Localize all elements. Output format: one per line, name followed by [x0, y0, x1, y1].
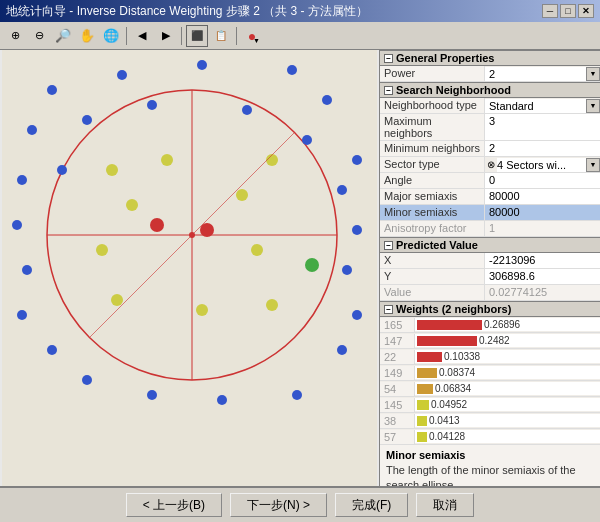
minimize-button[interactable]: ─	[542, 4, 558, 18]
svg-point-7	[287, 65, 297, 75]
weight-bar-container: 0.08374	[415, 366, 600, 379]
prop-value-major-semiaxis: 80000	[485, 189, 600, 204]
weight-bar-container: 0.04952	[415, 398, 600, 411]
svg-point-26	[82, 375, 92, 385]
tool-pan[interactable]: ✋	[76, 25, 98, 47]
prop-value-neighborhood-container: Standard ▼	[485, 98, 600, 113]
weight-bar	[417, 320, 482, 330]
prop-row-max-neighbors: Maximum neighbors 3	[380, 114, 600, 141]
section-icon-search: −	[384, 86, 393, 95]
svg-point-34	[236, 189, 248, 201]
svg-point-36	[251, 244, 263, 256]
prop-row-sector-type: Sector type ⊗ 4 Sectors wi... ▼	[380, 157, 600, 173]
prop-value-minor-semiaxis: 80000	[485, 205, 600, 220]
prop-label-minor-semiaxis: Minor semiaxis	[380, 205, 485, 220]
weight-bar	[417, 368, 437, 378]
prop-label-value: Value	[380, 285, 485, 300]
prop-label-neighborhood-type: Neighborhood type	[380, 98, 485, 113]
svg-point-40	[150, 218, 164, 232]
weight-row: 22 0.10338	[380, 349, 600, 365]
svg-point-31	[161, 154, 173, 166]
cancel-button[interactable]: 取消	[416, 493, 474, 517]
prop-row-value: Value 0.02774125	[380, 285, 600, 301]
prop-value-x: -2213096	[485, 253, 600, 268]
prop-label-angle: Angle	[380, 173, 485, 188]
svg-rect-0	[2, 50, 377, 486]
prop-row-minor-semiaxis[interactable]: Minor semiaxis 80000	[380, 205, 600, 221]
svg-point-37	[111, 294, 123, 306]
map-area[interactable]	[0, 50, 380, 486]
toolbar-sep-3	[236, 27, 237, 45]
prop-value-power-container: 2 ▼	[485, 66, 600, 81]
weight-bar-container: 0.26896	[415, 318, 600, 331]
section-search-neighborhood[interactable]: − Search Neighborhood	[380, 82, 600, 98]
weight-bar-container: 0.0413	[415, 414, 600, 427]
weight-value: 0.06834	[435, 383, 471, 394]
info-title: Minor semiaxis	[386, 449, 594, 461]
section-icon-predicted: −	[384, 241, 393, 250]
sector-dropdown-btn[interactable]: ▼	[586, 158, 600, 172]
tool-identify[interactable]: 📋	[210, 25, 232, 47]
close-button[interactable]: ✕	[578, 4, 594, 18]
finish-button[interactable]: 完成(F)	[335, 493, 408, 517]
svg-point-30	[106, 164, 118, 176]
main-content: − General Properties Power 2 ▼ − Search …	[0, 50, 600, 486]
window-frame: 地统计向导 - Inverse Distance Weighting 步骤 2 …	[0, 0, 600, 522]
prop-value-angle: 0	[485, 173, 600, 188]
weight-bar	[417, 352, 442, 362]
svg-point-12	[242, 105, 252, 115]
svg-point-33	[126, 199, 138, 211]
weight-value: 0.2482	[479, 335, 510, 346]
tool-forward[interactable]: ▶	[155, 25, 177, 47]
info-section: Minor semiaxis The length of the minor s…	[380, 445, 600, 486]
svg-point-9	[27, 125, 37, 135]
prop-label-anisotropy: Anisotropy factor	[380, 221, 485, 236]
svg-point-25	[337, 345, 347, 355]
info-text: The length of the minor semiaxis of the …	[386, 463, 594, 486]
next-button[interactable]: 下一步(N) >	[230, 493, 327, 517]
prop-label-max-neighbors: Maximum neighbors	[380, 114, 485, 140]
weights-container: 165 0.26896 147 0.2482 22 0.10338 149 0.…	[380, 317, 600, 445]
weight-bar-container: 0.04128	[415, 430, 600, 443]
section-predicted-value[interactable]: − Predicted Value	[380, 237, 600, 253]
section-general-properties[interactable]: − General Properties	[380, 50, 600, 66]
sector-radio-icon: ⊗	[485, 159, 495, 170]
weight-bar	[417, 400, 429, 410]
weight-bar	[417, 416, 427, 426]
title-text: 地统计向导 - Inverse Distance Weighting 步骤 2 …	[6, 3, 368, 20]
prev-button[interactable]: < 上一步(B)	[126, 493, 222, 517]
svg-point-14	[352, 155, 362, 165]
svg-point-28	[217, 395, 227, 405]
weight-row: 57 0.04128	[380, 429, 600, 445]
svg-point-17	[337, 185, 347, 195]
svg-point-27	[147, 390, 157, 400]
power-dropdown-btn[interactable]: ▼	[586, 67, 600, 81]
section-weights[interactable]: − Weights (2 neighbors)	[380, 301, 600, 317]
tool-zoom-out[interactable]: ⊖	[28, 25, 50, 47]
svg-point-16	[57, 165, 67, 175]
weight-row: 165 0.26896	[380, 317, 600, 333]
prop-label-power: Power	[380, 66, 485, 81]
tool-back[interactable]: ◀	[131, 25, 153, 47]
tool-zoom-in[interactable]: ⊕	[4, 25, 26, 47]
tool-magnify[interactable]: 🔎	[52, 25, 74, 47]
prop-row-neighborhood-type: Neighborhood type Standard ▼	[380, 98, 600, 114]
weight-row: 149 0.08374	[380, 365, 600, 381]
tool-globe[interactable]: 🌐	[100, 25, 122, 47]
section-label-predicted: Predicted Value	[396, 239, 478, 251]
prop-value-anisotropy: 1	[485, 221, 600, 236]
prop-value-min-neighbors: 2	[485, 141, 600, 156]
neighborhood-dropdown-btn[interactable]: ▼	[586, 99, 600, 113]
weight-row: 54 0.06834	[380, 381, 600, 397]
section-icon-weights: −	[384, 305, 393, 314]
maximize-button[interactable]: □	[560, 4, 576, 18]
tool-options[interactable]: ● ▼	[241, 25, 263, 47]
svg-point-38	[196, 304, 208, 316]
prop-label-sector-type: Sector type	[380, 157, 485, 172]
weight-id: 165	[380, 318, 415, 332]
weight-value: 0.26896	[484, 319, 520, 330]
bottom-bar: < 上一步(B) 下一步(N) > 完成(F) 取消	[0, 486, 600, 522]
weight-bar-container: 0.06834	[415, 382, 600, 395]
svg-point-18	[12, 220, 22, 230]
tool-fullextent[interactable]: ⬛	[186, 25, 208, 47]
